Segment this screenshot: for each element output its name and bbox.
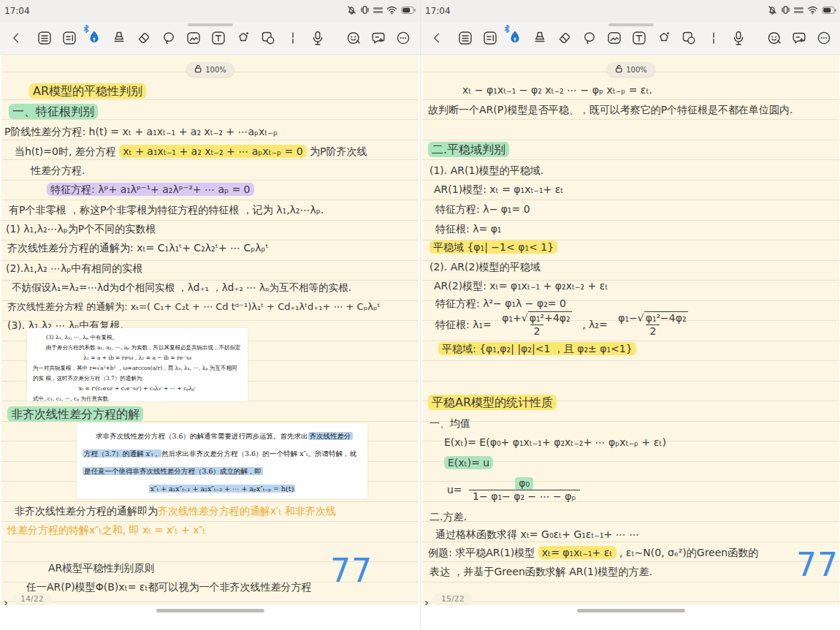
note-line: 故判断一个AR(P)模型是否平稳、，既可以考察它的P个特征根是不都在单位圆内.	[428, 104, 793, 117]
handwritten-page-number: 77	[330, 552, 373, 589]
sticker-smiley-button[interactable]	[343, 27, 364, 49]
handwritten-page-number: 77	[796, 546, 839, 583]
home-indicator[interactable]	[156, 609, 264, 612]
section-heading: 非齐次线性差分方程的解	[7, 407, 143, 422]
note-line: 例题: 求平稳AR(1)模型 xₜ= φ₁xₜ₋₁+ εₜ , εₜ∼N(0, …	[428, 547, 758, 560]
section-heading: 一、特征根判别	[9, 105, 98, 120]
zoom-indicator[interactable]: 100%	[606, 62, 655, 77]
home-indicator[interactable]	[577, 609, 685, 612]
battery-icon	[822, 6, 836, 15]
note-line: 性差分方程的特解x″ₜ之和, 即 xₜ = x′ₜ + x″ₜ	[7, 524, 206, 537]
note-line: (2). AR(2)模型的平稳域	[429, 261, 541, 274]
note-line: 任一AR(P)模型Φ(B)xₜ= εₜ都可以视为一个非齐次线性差分方程	[26, 581, 312, 594]
marker-tool-button[interactable]	[108, 27, 130, 49]
note-line: 特征方程: λᵖ+ a₁λᵖ⁻¹+ a₂λᵖ⁻²+ ⋯ aₚ = 0	[47, 183, 254, 197]
shape-tool-button[interactable]	[653, 27, 675, 49]
note-line: 特征方程: λ²− φ₁λ − φ₂= 0	[435, 297, 566, 311]
status-bar: 17:04	[421, 0, 840, 22]
back-button[interactable]	[427, 27, 448, 49]
note-line: u= φ₀1− φ₁− φ₂ − ⋯ − φₚ	[447, 477, 584, 503]
mute-bell-icon	[347, 5, 356, 15]
add-comment-button[interactable]	[367, 27, 389, 49]
page-position-badge[interactable]: 14/22	[12, 593, 52, 605]
microphone-button[interactable]	[728, 27, 749, 49]
note-line: 平稳域: {φ₁,φ₂| |φ₂|<1 ，且 φ₂± φ₁<1}	[438, 343, 636, 356]
network-speed-indicator	[794, 7, 803, 13]
note-line: 一、均值	[429, 417, 470, 430]
notebook-page-left: 100% AR模型的平稳性判别 一、特征根判别 P阶线性差分方程: h(t) =…	[1, 55, 419, 605]
zoom-indicator[interactable]: 100%	[186, 62, 234, 77]
eraser-tool-button[interactable]	[554, 27, 576, 49]
note-line: AR(2)模型: xₜ= φ₁xₜ₋₁ + φ₂xₜ₋₂ + εₜ	[434, 280, 608, 293]
notebook-page-right: 100% xₜ − φ₁xₜ₋₁ − φ₂ xₜ₋₂ ⋯ − φₚ xₜ₋ₚ =…	[422, 55, 839, 605]
battery-icon	[401, 6, 416, 15]
note-line: 表达 ，并基于Green函数求解 AR(1)模型的方差.	[429, 566, 652, 579]
note-line: 不妨假设λ₁=λ₂=⋯λd为d个相同实根 ，λd₊₁ ，λd₊₂ ⋯ λₚ为互不…	[12, 281, 351, 295]
page-panel-button[interactable]	[479, 27, 501, 49]
pasted-textbook-snippet-complex-roots: (3) λ₁, λ₂, ⋯, λₚ 中有复根。 由于差分方程的系数 a₁, a₂…	[27, 328, 248, 401]
section-heading: 二.平稳域判别	[428, 143, 509, 158]
tool-bar	[0, 22, 420, 55]
drag-handle[interactable]	[608, 23, 654, 26]
note-line: 特征根: λ= φ₁	[435, 223, 501, 236]
image-tool-button[interactable]	[603, 27, 625, 49]
microphone-button[interactable]	[307, 27, 329, 49]
clock: 17:04	[425, 6, 451, 16]
vibrate-icon	[360, 5, 370, 15]
lasso-tool-button[interactable]	[579, 27, 600, 49]
lock-open-icon	[194, 64, 202, 75]
mute-bell-icon	[768, 5, 777, 15]
image-tool-button[interactable]	[183, 27, 205, 49]
note-line: 特征根: λ₁= φ₁+√φ₁²+4φ₂2 , λ₂= φ₁−√φ₁²−4φ₂2	[435, 312, 695, 338]
stickers-shapes-button[interactable]	[257, 27, 279, 49]
note-line: 通过格林函数求得 xₜ= G₀εₜ+ G₁εₜ₋₁+ ⋯ ⋯	[435, 528, 639, 542]
drag-handle[interactable]	[188, 23, 233, 26]
note-line: 齐次线性差分方程的通解为: xₜ= C₁λ₁ᵗ+ C₂λ₂ᵗ+ ⋯ Cₚλₚᵗ	[7, 242, 269, 255]
vibrate-icon	[781, 5, 790, 15]
eraser-tool-button[interactable]	[133, 27, 155, 49]
text-tool-button[interactable]	[628, 27, 650, 49]
text-tool-button[interactable]	[207, 27, 229, 49]
lock-open-icon	[614, 64, 622, 75]
note-line: 二.方差.	[429, 511, 467, 524]
pasted-textbook-snippet-nonhomogeneous: 求非齐次线性差分方程（3.6）的解通常需要进行两步运算。首先求出齐次线性差分 方…	[77, 423, 367, 498]
outline-list-button[interactable]	[34, 27, 56, 49]
bluetooth-icon	[504, 25, 510, 33]
note-line: E(xₜ)= u	[444, 457, 493, 468]
tool-bar	[421, 22, 840, 55]
pen-tool-button[interactable]	[83, 27, 105, 49]
stickers-shapes-button[interactable]	[678, 27, 700, 49]
divider	[703, 27, 725, 49]
wifi-icon	[807, 6, 818, 15]
note-line: 当h(t)=0时, 差分方程 xₜ + a₁xₜ₋₁ + a₂ xₜ₋₂ + ⋯…	[15, 145, 367, 159]
zoom-level: 100%	[205, 66, 226, 74]
marker-tool-button[interactable]	[529, 27, 551, 49]
zoom-level: 100%	[626, 66, 647, 74]
bluetooth-icon	[83, 25, 89, 33]
note-line: 有P个非零根 ，称这P个非零根为特征方程的特征根 ，记为 λ₁,λ₂⋯λₚ.	[9, 204, 324, 217]
note-line: AR模型平稳性判别原则	[48, 562, 154, 575]
lasso-tool-button[interactable]	[158, 27, 180, 49]
note-line: P阶线性差分方程: h(t) = xₜ + a₁xₜ₋₁ + a₂ xₜ₋₂ +…	[4, 126, 278, 139]
note-line: (1). AR(1)模型的平稳域.	[429, 164, 543, 178]
more-button[interactable]	[392, 27, 414, 49]
bottom-strip	[421, 605, 840, 630]
pen-tool-button[interactable]	[504, 27, 526, 49]
wifi-icon	[386, 6, 397, 15]
note-line: 齐次线性差分方程 的通解为: xₜ=( C₁+ C₂t + ⋯ Cd tᵈ⁻¹)…	[7, 300, 380, 314]
clock: 17:04	[4, 6, 30, 16]
note-line: (1) λ₁,λ₂⋯λₚ为P个不同的实数根	[6, 223, 156, 236]
back-button[interactable]	[6, 27, 28, 49]
section-heading: 平稳AR模型的统计性质	[428, 395, 557, 411]
sticker-smiley-button[interactable]	[763, 27, 785, 49]
note-panel-left: 17:04 100%	[0, 0, 420, 630]
outline-list-button[interactable]	[454, 27, 476, 49]
page-position-badge[interactable]: 15/22	[433, 593, 473, 605]
note-line: 平稳域 {φ₁| −1< φ₁< 1}	[429, 241, 557, 254]
note-line: (2).λ₁,λ₂ ⋯λₚ中有相同的实根	[6, 262, 142, 276]
more-button[interactable]	[813, 27, 835, 49]
note-line: AR(1)模型: xₜ = φ₁xₜ₋₁+ εₜ	[434, 183, 564, 197]
page-panel-button[interactable]	[58, 27, 80, 49]
shape-tool-button[interactable]	[232, 27, 254, 49]
add-comment-button[interactable]	[788, 27, 810, 49]
